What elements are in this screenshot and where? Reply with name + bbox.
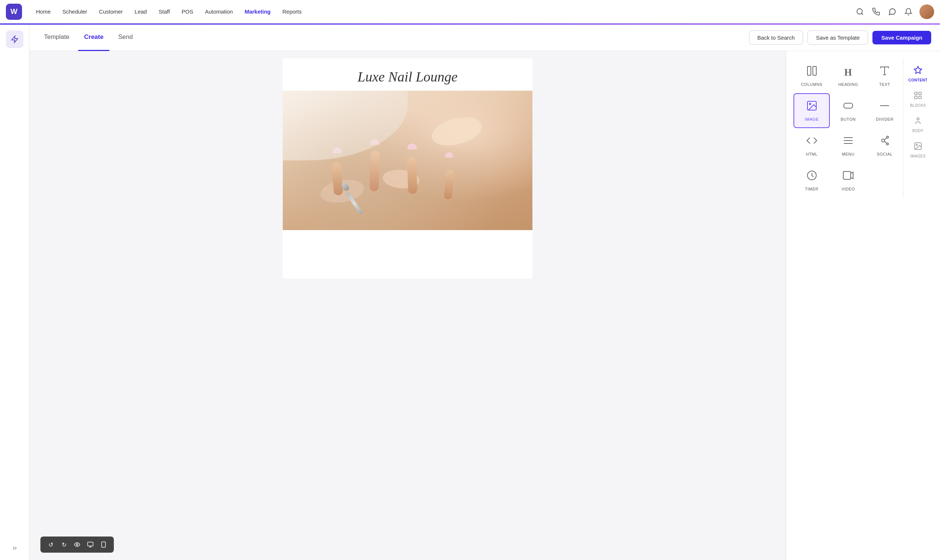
svg-rect-28 [88,542,93,546]
back-to-search-button[interactable]: Back to Search [749,31,803,45]
topnav-actions [855,5,934,19]
panel-video[interactable]: VIDEO [830,163,866,198]
panel-timer[interactable]: TIMER [794,163,830,198]
nav-pos[interactable]: POS [177,6,199,18]
panel-menu[interactable]: MENU [830,128,866,163]
notification-icon[interactable] [903,7,914,17]
nav-reports[interactable]: Reports [277,6,307,18]
redo-button[interactable]: ↻ [58,539,70,551]
images-icon [914,142,922,153]
side-blocks[interactable]: BLOCKS [903,87,933,112]
svg-point-24 [917,118,919,120]
svg-line-16 [885,141,887,143]
tab-create[interactable]: Create [78,25,109,51]
nav-home[interactable]: Home [31,6,56,18]
panel-text[interactable]: TEXT [866,58,903,93]
text-label: TEXT [879,82,890,87]
panel-heading[interactable]: H HEADING [830,58,866,93]
svg-line-15 [885,138,887,140]
search-icon[interactable] [855,7,865,17]
main-content: Template Create Send Back to Search Save… [29,25,940,560]
panel-social[interactable]: SOCIAL [866,128,903,163]
blocks-icon [914,91,922,102]
side-body[interactable]: BODY [903,112,933,137]
panel-row-3: HTML MENU [794,128,903,163]
timer-icon [806,169,818,184]
editor-area: Luxe Nail Lounge [29,51,940,560]
sidebar-collapse-button[interactable] [6,542,23,554]
divider-icon [879,100,891,114]
body-label: BODY [912,129,923,133]
panel-html[interactable]: HTML [794,128,830,163]
desktop-view-button[interactable] [85,539,96,551]
panel-row-2: IMAGE BUTON [794,93,903,128]
tab-send[interactable]: Send [112,25,139,51]
nav-marketing[interactable]: Marketing [239,6,276,18]
sidebar-marketing-icon[interactable] [6,31,23,48]
panel-columns[interactable]: COLUMNS [794,58,830,93]
svg-point-26 [916,144,917,145]
panel-divider[interactable]: DIVIDER [866,93,903,128]
sub-tabs-actions: Back to Search Save as Template Save Cam… [749,31,931,45]
bottom-toolbar: ↺ ↻ [40,537,114,553]
panel-row-4: TIMER VIDEO [794,163,903,198]
nav-links: Home Scheduler Customer Lead Staff POS A… [31,6,855,18]
right-panel: COLUMNS H HEADING [786,51,940,560]
menu-icon [842,135,854,149]
svg-rect-3 [812,66,816,75]
svg-rect-2 [807,66,811,75]
svg-rect-22 [915,96,917,99]
whatsapp-icon[interactable] [887,7,897,17]
save-campaign-button[interactable]: Save Campaign [872,31,931,45]
video-label: VIDEO [841,187,855,191]
canvas-image-block[interactable] [283,91,532,230]
panel-image[interactable]: IMAGE [794,93,830,128]
columns-icon [806,65,818,79]
timer-label: TIMER [805,187,818,191]
nav-customer[interactable]: Customer [94,6,128,18]
nav-staff[interactable]: Staff [154,6,175,18]
svg-rect-20 [915,92,917,95]
blocks-label: BLOCKS [910,103,926,108]
body-icon [914,116,922,127]
canvas-title: Luxe Nail Lounge [283,58,532,91]
menu-label: MENU [842,152,854,156]
svg-point-14 [887,143,889,145]
app-layout: Template Create Send Back to Search Save… [0,25,940,560]
tab-template[interactable]: Template [38,25,75,51]
content-icon [914,66,922,77]
svg-rect-23 [919,96,921,99]
side-images[interactable]: IMAGES [903,137,933,163]
social-label: SOCIAL [877,152,893,156]
svg-rect-21 [919,92,921,95]
app-logo[interactable]: W [6,4,22,20]
heading-label: HEADING [838,82,858,87]
email-canvas: Luxe Nail Lounge [283,58,532,278]
panel-button[interactable]: BUTON [830,93,866,128]
nav-scheduler[interactable]: Scheduler [57,6,92,18]
sidebar [0,25,29,560]
social-icon [879,135,891,149]
columns-label: COLUMNS [801,82,823,87]
images-label: IMAGES [910,154,926,158]
nav-lead[interactable]: Lead [129,6,152,18]
video-icon [842,169,854,184]
svg-marker-1 [11,36,18,43]
save-as-template-button[interactable]: Save as Template [807,31,868,45]
panel-main-grid: COLUMNS H HEADING [794,58,903,198]
svg-point-6 [809,103,811,105]
nav-automation[interactable]: Automation [200,6,238,18]
topnav: W Home Scheduler Customer Lead Staff POS… [0,0,940,23]
preview-button[interactable] [71,539,83,551]
phone-icon[interactable] [871,7,881,17]
svg-point-27 [76,544,78,546]
divider-label: DIVIDER [876,117,893,122]
svg-text:H: H [844,67,852,77]
mobile-view-button[interactable] [98,539,109,551]
side-content[interactable]: CONTENT [903,61,933,87]
button-label: BUTON [841,117,856,122]
undo-button[interactable]: ↺ [45,539,57,551]
nail-image [283,91,532,230]
user-avatar[interactable] [920,5,934,19]
sub-tabs-bar: Template Create Send Back to Search Save… [29,25,940,51]
